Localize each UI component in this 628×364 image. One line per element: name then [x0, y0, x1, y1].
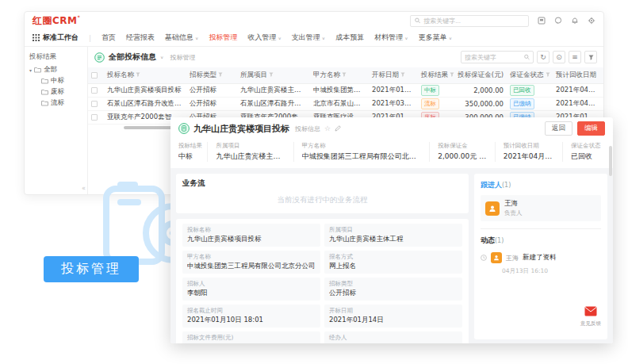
nav-item-reports[interactable]: 经营报表 [126, 33, 155, 43]
tree-expand-icon[interactable]: ▾ [29, 67, 32, 73]
summary-recover-date: 预计回收日期 2021年04月15日 [495, 142, 562, 162]
nav-item-expense[interactable]: 支出管理∨ [292, 33, 325, 43]
list-title[interactable]: 全部投标信息 [109, 52, 156, 63]
cell-project-link[interactable]: 石景山区潭石路升改造工程 [237, 97, 310, 110]
folder-icon [41, 78, 48, 84]
columns-button[interactable]: ≡ [569, 51, 581, 63]
bid-management-caption-button[interactable]: 投标管理 [44, 256, 139, 282]
col-recover-date[interactable]: 预计回收日期 [553, 67, 603, 83]
folder-icon [41, 100, 48, 106]
tree-item-failed[interactable]: 流标 [41, 98, 82, 109]
top-bar: 红圈CRM° [25, 12, 603, 29]
follower-item[interactable]: 王海 负责人 [481, 195, 601, 221]
cell-result: 流标 [418, 97, 454, 110]
nav-item-basic-info[interactable]: 基础信息∨ [165, 33, 198, 43]
nav-item-income[interactable]: 收入管理∨ [247, 33, 281, 43]
feedback-widget[interactable]: 意见反馈 [576, 305, 605, 328]
summary-result: 投标结果 中标 [178, 142, 207, 162]
nav-item-home[interactable]: 首页 [101, 33, 116, 43]
tree-item-invalid[interactable]: 废标 [41, 86, 82, 98]
col-open-date[interactable]: 开标日期 [369, 67, 418, 83]
global-search-input[interactable] [423, 17, 524, 25]
cell-party-link[interactable]: 中城投集团第三工程局有... [310, 83, 369, 97]
filter-icon[interactable] [342, 72, 347, 77]
filter-icon[interactable] [450, 72, 454, 77]
row-checkbox[interactable] [88, 83, 104, 97]
edit-title-icon[interactable] [335, 125, 341, 132]
cell-deposit: 2,000.00 [454, 83, 507, 97]
activity-item: 王海 新建了资料 [481, 252, 601, 263]
uppercase-link[interactable]: 大写 [220, 343, 233, 343]
bid-table: 投标名称 招标类型 所属项目 甲方名称 开标日期 投标结果 投标保证金(元) 保… [88, 67, 604, 125]
row-checkbox[interactable] [88, 97, 104, 110]
col-deposit-status[interactable]: 保证金状态 [507, 67, 553, 83]
col-deposit[interactable]: 投标保证金(元) [454, 67, 507, 83]
sidebar-collapse-handle[interactable]: « [82, 185, 86, 192]
shortcut-icon[interactable] [538, 17, 546, 25]
nav-item-materials[interactable]: 材料管理∨ [374, 33, 408, 43]
settings-button[interactable]: ⊙ [553, 51, 565, 63]
folder-icon [41, 89, 48, 95]
list-subtitle: 投标管理 [170, 53, 195, 62]
gear-icon[interactable] [588, 17, 595, 25]
activity-actor: 王海 [506, 254, 519, 262]
filter-icon[interactable] [136, 72, 140, 77]
project-link[interactable]: 九华山庄贵宾楼主体工程 [216, 151, 285, 162]
bell-icon[interactable] [571, 17, 579, 25]
search-icon [524, 54, 530, 60]
nav-item-bid-management[interactable]: 投标管理 [209, 33, 237, 43]
workbench-switcher[interactable]: 标准工作台 [33, 33, 78, 43]
filter-button[interactable] [584, 51, 597, 63]
cell-actions[interactable] [603, 83, 604, 97]
global-search[interactable] [410, 15, 529, 27]
uppercase-link[interactable]: 大写 [479, 152, 487, 160]
nav-item-cost-budget[interactable]: 成本预算 [335, 33, 364, 43]
cell-actions[interactable] [603, 97, 604, 110]
project-link[interactable]: 九华山庄贵宾楼主体工程 [329, 235, 458, 244]
tree-item-all[interactable]: ▾ 全部 [29, 64, 82, 75]
summary-status: 保证金状态 已回收 [562, 142, 605, 162]
field-handler: 经办人王海 [324, 331, 462, 343]
filter-icon[interactable] [218, 72, 223, 77]
funnel-icon [588, 55, 594, 60]
vertical-scrollbar[interactable] [609, 146, 612, 176]
filter-icon[interactable] [269, 72, 274, 77]
row-checkbox[interactable] [88, 110, 104, 124]
col-result[interactable]: 投标结果 [418, 67, 454, 83]
edit-button[interactable]: 编辑 [577, 121, 605, 136]
table-row[interactable]: 九华山庄贵宾楼项目投标 公开招标 九华山庄贵宾楼主体工程 中城投集团第三工程局有… [88, 83, 604, 97]
party-link[interactable]: 中城投集团第三工程局有限公司北京分公司 [187, 262, 316, 271]
feedback-envelope-icon [584, 306, 597, 316]
cell-bid-name-link[interactable]: 九华山庄贵宾楼项目投标 [104, 83, 186, 97]
cell-bid-name-link[interactable]: 石景山区潭石路升改造工程 [104, 97, 186, 110]
filter-icon[interactable] [400, 72, 405, 77]
handler-link[interactable]: 王海 [329, 343, 458, 343]
refresh-button[interactable]: ↻ [537, 51, 550, 63]
cell-party-link[interactable]: 北京市石景山区住房和城... [310, 97, 369, 110]
back-button[interactable]: 返回 [545, 121, 572, 136]
follower-role: 负责人 [504, 209, 523, 217]
chevron-down-icon[interactable]: ∨ [160, 55, 163, 59]
list-search[interactable] [461, 51, 534, 63]
filter-icon[interactable] [546, 72, 550, 77]
col-bid-type[interactable]: 招标类型 [186, 67, 237, 83]
nav-item-more-menu[interactable]: 更多菜单∨ [419, 33, 452, 43]
cell-open-date: 2021年01月14日 [369, 83, 418, 97]
field-project: 所属项目九华山庄贵宾楼主体工程 [324, 224, 462, 247]
follower-section-title[interactable]: 跟进人(1) [481, 180, 601, 190]
activity-time: 04月13日 16:10 [502, 267, 601, 275]
table-row[interactable]: 石景山区潭石路升改造工程 公开招标 石景山区潭石路升改造工程 北京市石景山区住房… [88, 97, 604, 110]
party-link[interactable]: 中城投集团第三工程局有限公司北京分公司 [302, 151, 422, 162]
list-search-input[interactable] [465, 54, 522, 61]
star-icon[interactable]: ☆ [324, 125, 331, 132]
select-all-checkbox[interactable] [88, 67, 104, 83]
message-icon[interactable] [554, 17, 562, 25]
tree-item-won[interactable]: 中标 [41, 75, 82, 86]
bid-doc-icon [178, 123, 190, 134]
cell-project-link[interactable]: 九华山庄贵宾楼主体工程 [237, 83, 310, 97]
avatar [485, 201, 500, 216]
col-project[interactable]: 所属项目 [237, 67, 310, 83]
col-bid-name[interactable]: 投标名称 [104, 67, 186, 83]
cell-recover-date: 2021年04月30日 [553, 97, 603, 110]
col-party[interactable]: 甲方名称 [310, 67, 369, 83]
